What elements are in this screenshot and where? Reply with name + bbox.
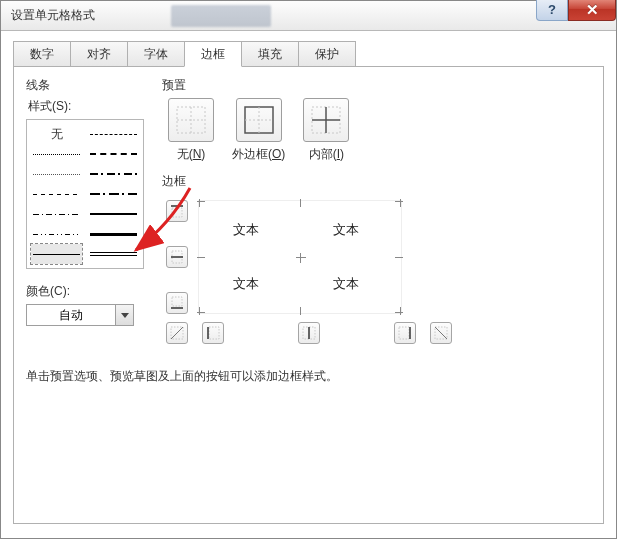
- style-label: 样式(S):: [28, 98, 144, 115]
- svg-rect-13: [172, 297, 182, 306]
- color-dropdown[interactable]: 自动: [26, 304, 134, 326]
- border-preview[interactable]: 文本 文本 文本 文本: [198, 200, 402, 314]
- background-app-ghost: [171, 5, 271, 27]
- tab-fill[interactable]: 填充: [241, 41, 299, 67]
- border-panel: 线条 样式(S): 无: [13, 66, 604, 524]
- style-dotted[interactable]: [31, 164, 82, 184]
- tab-number[interactable]: 数字: [13, 41, 71, 67]
- title-bar: 设置单元格格式 ? ✕: [1, 1, 616, 31]
- svg-rect-21: [399, 327, 409, 339]
- line-style-picker[interactable]: 无: [26, 119, 144, 269]
- preset-inside-button[interactable]: [303, 98, 349, 142]
- tab-font[interactable]: 字体: [127, 41, 185, 67]
- color-label: 颜色(C):: [26, 283, 144, 300]
- border-left-button[interactable]: [202, 322, 224, 344]
- preset-none-button[interactable]: [168, 98, 214, 142]
- border-bottom-button[interactable]: [166, 292, 188, 314]
- style-dashdot[interactable]: [88, 164, 139, 184]
- color-value: 自动: [27, 307, 115, 324]
- style-dash-dot-thick[interactable]: [88, 144, 139, 164]
- preset-outline-button[interactable]: [236, 98, 282, 142]
- presets-label: 预置: [162, 77, 591, 94]
- help-button[interactable]: ?: [536, 0, 568, 21]
- tab-align[interactable]: 对齐: [70, 41, 128, 67]
- style-dashdot2[interactable]: [88, 184, 139, 204]
- preset-inside-label: 内部(I): [309, 146, 344, 163]
- dropdown-arrow-icon: [115, 305, 133, 325]
- border-vmiddle-button[interactable]: [298, 322, 320, 344]
- window-title: 设置单元格格式: [1, 7, 95, 24]
- preview-cell-text: 文本: [333, 275, 359, 293]
- format-cells-dialog: 设置单元格格式 ? ✕ 数字 对齐 字体 边框 填充 保护 线条 样式(S):: [0, 0, 617, 539]
- hint-text: 单击预置选项、预览草图及上面的按钮可以添加边框样式。: [26, 368, 591, 385]
- border-right-button[interactable]: [394, 322, 416, 344]
- preset-outline-label: 外边框(O): [232, 146, 285, 163]
- preview-cell-text: 文本: [233, 221, 259, 239]
- border-diag-up-button[interactable]: [166, 322, 188, 344]
- style-dash-dot-dot2[interactable]: [31, 224, 82, 244]
- svg-rect-10: [172, 208, 182, 217]
- svg-rect-17: [209, 327, 219, 339]
- style-dashed[interactable]: [31, 184, 82, 204]
- tab-border[interactable]: 边框: [184, 41, 242, 67]
- style-none[interactable]: 无: [31, 124, 82, 144]
- preset-none-label: 无(N): [177, 146, 206, 163]
- style-dash-dot-long[interactable]: [31, 204, 82, 224]
- style-double[interactable]: [88, 244, 139, 264]
- close-button[interactable]: ✕: [568, 0, 616, 21]
- style-thick[interactable]: [88, 224, 139, 244]
- preview-cell-text: 文本: [333, 221, 359, 239]
- svg-line-16: [171, 327, 183, 339]
- tab-protect[interactable]: 保护: [298, 41, 356, 67]
- border-hmiddle-button[interactable]: [166, 246, 188, 268]
- tab-strip: 数字 对齐 字体 边框 填充 保护: [13, 41, 604, 67]
- border-top-button[interactable]: [166, 200, 188, 222]
- lines-label: 线条: [26, 77, 144, 94]
- border-diag-down-button[interactable]: [430, 322, 452, 344]
- style-dash-dot-dot[interactable]: [88, 124, 139, 144]
- style-dotted-fine[interactable]: [31, 144, 82, 164]
- preview-cell-text: 文本: [233, 275, 259, 293]
- style-thin[interactable]: [31, 244, 82, 264]
- style-medium[interactable]: [88, 204, 139, 224]
- borders-label: 边框: [162, 173, 591, 190]
- svg-line-24: [435, 327, 447, 339]
